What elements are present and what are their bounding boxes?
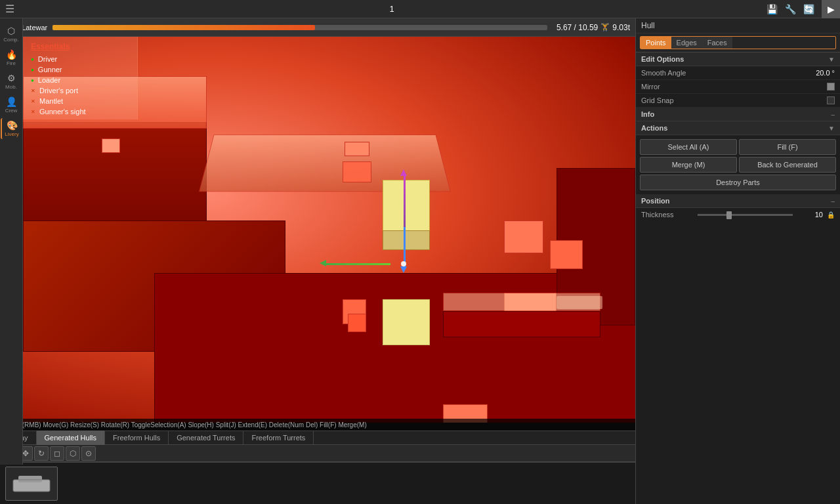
nav-item-gunners-sight[interactable]: ✕ Gunner's sight (23, 106, 137, 117)
edit-options-header[interactable]: Edit Options ▼ (636, 52, 840, 66)
tab-freeform-turrets[interactable]: Freeform Turrets (243, 430, 314, 445)
actions-grid: Select All (A) Fill (F) Merge (M) Back t… (636, 135, 840, 194)
edit-options-expand: ▼ (828, 56, 835, 63)
back-to-generated-button[interactable]: Back to Generated (739, 157, 836, 173)
bullet-drivers-port: ✕ (31, 88, 35, 94)
destroy-parts-button[interactable]: Destroy Parts (640, 175, 836, 190)
weight-suffix: 9.03t (612, 23, 635, 32)
bullet-gunners-sight: ✕ (31, 109, 35, 115)
actions-title: Actions (641, 124, 667, 132)
mirror-checkbox[interactable] (827, 83, 835, 91)
merge-button[interactable]: Merge (M) (640, 157, 737, 173)
bullet-loader: ● (31, 77, 34, 83)
bullet-mantlet: ✕ (31, 98, 35, 104)
sidebar-label-compartments: Comp. (3, 37, 19, 43)
nav-label-driver: Driver (38, 55, 57, 63)
bottom-toolbar: ↖ ✥ ↻ ◻ ⬡ ⊙ (0, 445, 635, 462)
nav-label-gunner: Gunner (38, 66, 62, 74)
nav-label-drivers-port: Driver's port (39, 87, 78, 94)
tool-circle[interactable]: ⊙ (81, 446, 96, 461)
tool-scale[interactable]: ◻ (50, 446, 64, 461)
position-header[interactable]: Position – (636, 194, 840, 208)
top-bar: ☰ 1 💾 🔧 🔄 ▶ (0, 0, 840, 18)
hull-sub-label: Hull (641, 21, 655, 30)
svg-rect-1 (18, 476, 42, 482)
nav-label-loader: Loader (38, 76, 60, 84)
position-expand: – (831, 198, 835, 205)
sidebar-item-livery[interactable]: 🎨 Livery (1, 118, 22, 139)
nav-item-driver[interactable]: ● Driver (23, 54, 137, 64)
hull-tab-group: Points Edges Faces (640, 36, 836, 49)
tab-number: 1 (20, 4, 764, 14)
mobility-icon: ⚙ (7, 73, 16, 83)
mirror-label: Mirror (641, 83, 660, 91)
tool-rotate[interactable]: ↻ (34, 446, 49, 461)
crew-icon: 👤 (6, 96, 17, 107)
livery-icon: 🎨 (7, 120, 18, 131)
status-bar: Select(RMB) Move(G) Resize(S) Rotate(R) … (0, 419, 635, 430)
smooth-angle-value: 20.0 ° (816, 69, 835, 77)
tab-points[interactable]: Points (640, 37, 671, 49)
grid-snap-label: Grid Snap (641, 96, 674, 104)
weight-icon: 🏋 (598, 23, 612, 32)
thickness-slider[interactable] (698, 214, 793, 216)
thickness-row: Thickness 10 🔒 (636, 208, 840, 221)
status-text: Select(RMB) Move(G) Resize(S) Rotate(R) … (4, 421, 367, 429)
thickness-slider-thumb (726, 211, 732, 219)
position-title: Position (641, 197, 669, 205)
hull-shape-svg (12, 473, 51, 494)
nav-item-gunner[interactable]: ● Gunner (23, 64, 137, 75)
fill-button[interactable]: Fill (F) (739, 139, 836, 155)
sidebar-item-crew[interactable]: 👤 Crew (1, 94, 22, 116)
menu-icon[interactable]: ☰ (0, 0, 20, 18)
sidebar-label-mobility: Mob. (5, 84, 17, 90)
edit-options-title: Edit Options (641, 55, 684, 63)
hull-sub-header: Hull (636, 18, 840, 33)
smooth-angle-row: Smooth Angle 20.0 ° (636, 66, 840, 80)
play-button[interactable]: ▶ (822, 0, 840, 18)
actions-header[interactable]: Actions ▼ (636, 121, 840, 135)
save-icon[interactable]: 💾 (764, 1, 780, 17)
thickness-label: Thickness (641, 211, 694, 219)
era-bar: Era Latewar 5.67 / 10.59 🏋 9.03t (0, 18, 635, 37)
tab-generated-hulls[interactable]: Generated Hulls (37, 430, 106, 445)
firepower-icon: 🔥 (6, 49, 17, 60)
nav-section-title[interactable]: Essentials (23, 39, 137, 54)
nav-item-drivers-port[interactable]: ✕ Driver's port (23, 85, 137, 96)
grid-snap-checkbox[interactable] (827, 96, 835, 104)
smooth-angle-label: Smooth Angle (641, 69, 686, 77)
actions-expand: ▼ (828, 125, 835, 132)
thickness-value: 10 (797, 211, 823, 219)
nav-item-mantlet[interactable]: ✕ Mantlet (23, 96, 137, 106)
bullet-gunner: ● (31, 67, 34, 73)
tool-hex[interactable]: ⬡ (66, 446, 80, 461)
right-panel: Hull 📋 📤 Hull Points Edges Faces Edit Op… (635, 0, 840, 504)
hull-preview (0, 462, 635, 504)
tab-edges[interactable]: Edges (671, 37, 702, 49)
tab-freeform-hulls[interactable]: Freeform Hulls (105, 430, 169, 445)
select-all-button[interactable]: Select All (A) (640, 139, 737, 155)
grid-snap-row: Grid Snap (636, 94, 840, 108)
info-header[interactable]: Info – (636, 108, 840, 121)
tools-icon[interactable]: 🔧 (782, 1, 798, 17)
sidebar-item-compartments[interactable]: ⬡ Comp. (1, 24, 22, 45)
hull-thumbnail[interactable] (5, 467, 58, 501)
nav-item-loader[interactable]: ● Loader (23, 75, 137, 85)
top-icons: 💾 🔧 🔄 (764, 1, 822, 17)
sidebar-label-crew: Crew (5, 108, 18, 114)
tab-faces[interactable]: Faces (702, 37, 732, 49)
nav-label-gunners-sight: Gunner's sight (39, 108, 86, 116)
sidebar-label-firepower: Fire (7, 60, 16, 66)
era-value: Latewar (22, 24, 47, 32)
sidebar-item-firepower[interactable]: 🔥 Fire (1, 47, 22, 68)
refresh-icon[interactable]: 🔄 (801, 1, 816, 17)
sidebar-item-mobility[interactable]: ⚙ Mob. (1, 71, 22, 92)
lock-icon[interactable]: 🔒 (827, 211, 835, 219)
tab-generated-turrets[interactable]: Generated Turrets (169, 430, 243, 445)
mirror-row: Mirror (636, 80, 840, 94)
sidebar-label-livery: Livery (5, 131, 18, 137)
nav-panel: Essentials ● Driver ● Gunner ● Loader ✕ … (23, 37, 138, 119)
left-sidebar: ⬡ Comp. 🔥 Fire ⚙ Mob. 👤 Crew 🎨 Livery (0, 18, 23, 465)
compartments-icon: ⬡ (7, 26, 15, 36)
weight-fill (52, 25, 314, 30)
